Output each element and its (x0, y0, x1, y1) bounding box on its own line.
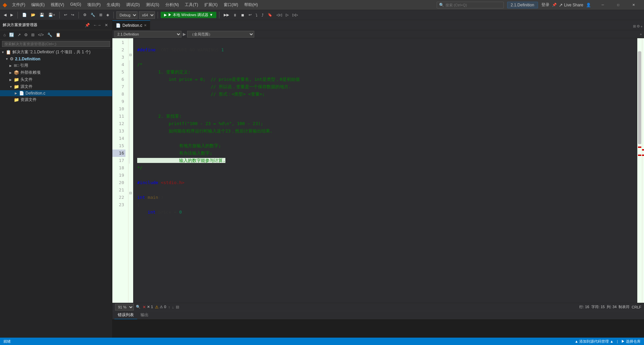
tb-d10[interactable]: ▷▷ (291, 12, 300, 18)
menu-test[interactable]: 测试(S) (143, 1, 162, 8)
platform-select[interactable]: x64 (139, 11, 155, 19)
sb-preview-btn[interactable]: 📋 (54, 32, 62, 38)
live-share-button[interactable]: ↗ Live Share (559, 2, 583, 8)
tb-open-btn[interactable]: 📂 (29, 12, 37, 18)
tree-item-definition-c[interactable]: ▶ 📄 Definition.c (0, 90, 112, 96)
tb-edit-1[interactable]: ⚙ (82, 12, 88, 18)
sidebar-pin-btn[interactable]: 📌 (84, 22, 91, 28)
tb-edit-2[interactable]: 🔧 (89, 12, 97, 18)
sidebar-search[interactable] (0, 40, 112, 49)
menu-build[interactable]: 生成(B) (104, 1, 123, 8)
pin-icon[interactable]: 📌 (552, 3, 557, 7)
code-editor-content[interactable]: #define _CRT_SECURE_NO_WARNINGS 1 /* 1. … (133, 38, 637, 303)
tree-item-solution[interactable]: ▼ 📋 解决方案 '2.1.Definition' (1 个项目，共 1 个) (0, 49, 112, 56)
tree-item-sources[interactable]: ▼ 📁 源文件 (0, 83, 112, 90)
tree-item-external-deps[interactable]: ▶ 📦 外部依赖项 (0, 69, 112, 76)
toolbar-file-group: 📄 📂 💾 💾+ (20, 12, 57, 18)
ln-20: 20 (112, 179, 125, 186)
tree-item-headers[interactable]: ▶ 📁 头文件 (0, 76, 112, 83)
editor-tab-definition-c[interactable]: 📄 Definition.c ✕ (112, 20, 150, 30)
path-add-btn[interactable]: + (640, 32, 642, 36)
nav-up-btn[interactable]: ↑ (168, 305, 170, 309)
menu-analyze[interactable]: 分析(N) (163, 1, 182, 8)
tb-save-btn[interactable]: 💾 (38, 12, 46, 18)
tb-d4[interactable]: ↩ (247, 12, 253, 18)
menu-help[interactable]: 帮助(H) (241, 1, 261, 8)
global-search[interactable]: 🔍 (437, 2, 504, 8)
error-icon: ✕ (143, 305, 146, 309)
sb-ref-btn[interactable]: ↗ (16, 32, 22, 38)
tab-overflow-btn[interactable]: ⊞ (633, 24, 636, 28)
select-repo-btn[interactable]: ▶ 选择仓库 (621, 339, 641, 344)
close-button[interactable]: ✕ (626, 0, 641, 10)
tb-d2[interactable]: ⏸ (231, 12, 238, 18)
minimize-button[interactable]: ─ (595, 0, 610, 10)
tb-forward-btn[interactable]: ▶ (9, 12, 15, 18)
sidebar-toolbar: ⌂ 🔄 ↗ ⚙ ⊞ </> 🔧 📋 (0, 30, 112, 40)
scope-select[interactable]: （全局范围） (187, 31, 254, 38)
tb-d6[interactable]: ⤴ (260, 12, 265, 18)
filter-btn[interactable]: ▤ (176, 305, 179, 309)
menu-file[interactable]: 文件(F) (9, 1, 28, 8)
tab-error-list[interactable]: 错误列表 (114, 311, 137, 319)
tab-output[interactable]: 输出 (137, 311, 152, 319)
tb-d9[interactable]: ▷ (284, 12, 290, 18)
fold-btn-3[interactable]: ⊟ (129, 53, 132, 57)
sb-filter-btn[interactable]: ⚙ (23, 32, 29, 38)
tb-redo-btn[interactable]: ↪ (69, 12, 76, 18)
run-debugger-button[interactable]: ▶ ▶ 本地 Windows 调试器 ▼ (161, 12, 216, 18)
menu-extensions[interactable]: 扩展(X) (202, 1, 220, 8)
account-icon[interactable]: 👤 (586, 3, 591, 7)
tb-d8[interactable]: ◁◁ (275, 12, 283, 18)
file-path-select[interactable]: 2.1.Definition (114, 31, 181, 38)
menu-tools[interactable]: 工具(T) (182, 1, 201, 8)
tb-back-btn[interactable]: ◀ (2, 12, 8, 18)
tb-saveall-btn[interactable]: 💾+ (47, 12, 57, 18)
fold-btn-21[interactable]: ⊟ (129, 191, 132, 195)
tab-close-btn[interactable]: ✕ (144, 23, 147, 27)
tb-undo-btn[interactable]: ↩ (62, 12, 69, 18)
menu-project[interactable]: 项目(P) (85, 1, 103, 8)
sidebar-search-input[interactable] (2, 41, 110, 47)
menu-git[interactable]: Git(G) (67, 1, 84, 8)
menu-debug[interactable]: 调试(D) (123, 1, 143, 8)
tb-d1[interactable]: ▶▶ (222, 12, 231, 18)
toolbar: ◀ ▶ 📄 📂 💾 💾+ ↩ ↪ ⚙ 🔧 ⊞ ◈ Debug x64 (0, 10, 644, 20)
menu-view[interactable]: 视图(V) (48, 1, 67, 8)
sidebar-close-btn[interactable]: ✕ (103, 22, 109, 28)
search-input[interactable] (445, 3, 499, 7)
tree-item-resources[interactable]: 📁 资源文件 (0, 96, 112, 103)
nav-down-btn[interactable]: ↓ (172, 305, 174, 309)
sb-misc-btn[interactable]: 🔧 (46, 32, 54, 38)
code-define-kw: #define (137, 47, 156, 52)
sidebar-arrow-btn[interactable]: ←→ (92, 22, 103, 28)
error-badge[interactable]: ✕ ✕ 1 (143, 305, 153, 309)
editor-vertical-scrollbar[interactable] (637, 38, 642, 303)
tab-settings-btn[interactable]: ⚙ (637, 24, 640, 28)
tb-new-btn[interactable]: 📄 (20, 12, 29, 18)
sb-settings-btn[interactable]: ⊞ (30, 32, 36, 38)
menu-window[interactable]: 窗口(W) (221, 1, 241, 8)
sb-code-btn[interactable]: </> (37, 32, 45, 38)
login-button[interactable]: 登录 (541, 2, 549, 8)
ln-23: 23 (112, 201, 125, 209)
tb-edit-3[interactable]: ⊞ (98, 12, 104, 18)
debug-config-select[interactable]: Debug (116, 11, 138, 19)
tree-item-references[interactable]: ▶ ⊞□ 引用 (0, 62, 112, 69)
tree-arrow-solution: ▼ (1, 51, 5, 54)
tab-expand-btn[interactable]: + (641, 24, 643, 28)
tb-edit-4[interactable]: ◈ (105, 12, 111, 18)
zoom-select[interactable]: 91 % (115, 304, 134, 310)
tree-arrow-sources: ▼ (9, 85, 13, 89)
add-to-source-mgmt[interactable]: ▲ 添加到源代码管理 ▲ (575, 339, 613, 344)
tb-d7[interactable]: 🔖 (266, 12, 274, 18)
sb-sync-btn[interactable]: 🔄 (8, 32, 15, 38)
tb-d5[interactable]: ⤵ (254, 12, 259, 18)
tree-item-project[interactable]: ▼ ⚙ 2.1.Definition (0, 56, 112, 62)
warning-badge[interactable]: ⚠ ⚠ 0 (155, 305, 166, 309)
maximize-button[interactable]: □ (610, 0, 626, 10)
tb-d3[interactable]: ⏹ (239, 12, 246, 18)
sb-home-btn[interactable]: ⌂ (2, 32, 7, 38)
scrollbar-thumb[interactable] (638, 51, 641, 144)
menu-edit[interactable]: 编辑(E) (29, 1, 47, 8)
